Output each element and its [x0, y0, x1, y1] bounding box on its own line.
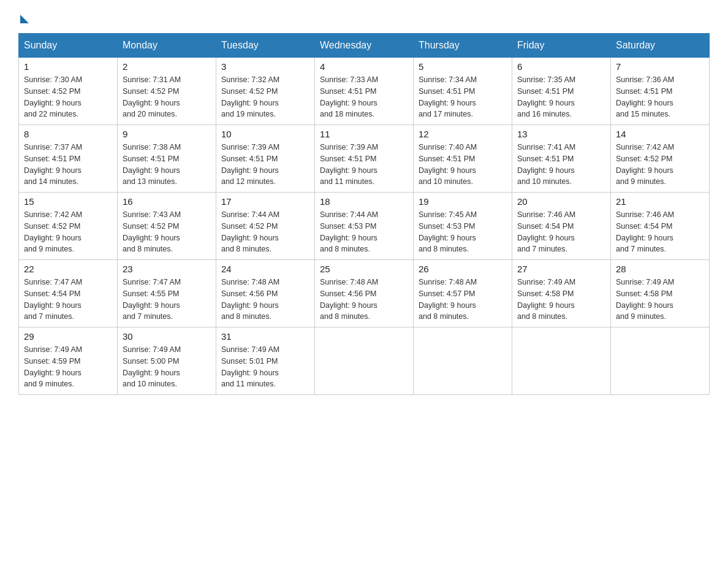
day-number: 21 — [616, 196, 704, 207]
day-info: Sunrise: 7:36 AM Sunset: 4:51 PM Dayligh… — [616, 74, 704, 120]
day-number: 30 — [123, 331, 211, 342]
day-info: Sunrise: 7:32 AM Sunset: 4:52 PM Dayligh… — [221, 74, 309, 120]
calendar-week-row: 15Sunrise: 7:42 AM Sunset: 4:52 PM Dayli… — [19, 193, 710, 260]
day-info: Sunrise: 7:35 AM Sunset: 4:51 PM Dayligh… — [517, 74, 605, 120]
calendar-cell: 27Sunrise: 7:49 AM Sunset: 4:58 PM Dayli… — [512, 260, 611, 327]
day-info: Sunrise: 7:42 AM Sunset: 4:52 PM Dayligh… — [24, 209, 112, 255]
calendar-cell: 17Sunrise: 7:44 AM Sunset: 4:52 PM Dayli… — [216, 193, 315, 260]
calendar-cell: 4Sunrise: 7:33 AM Sunset: 4:51 PM Daylig… — [315, 58, 414, 125]
day-info: Sunrise: 7:39 AM Sunset: 4:51 PM Dayligh… — [221, 142, 309, 188]
weekday-header-tuesday: Tuesday — [216, 34, 315, 58]
calendar-cell: 13Sunrise: 7:41 AM Sunset: 4:51 PM Dayli… — [512, 125, 611, 193]
day-number: 10 — [221, 129, 309, 139]
calendar-table: SundayMondayTuesdayWednesdayThursdayFrid… — [18, 33, 710, 395]
day-info: Sunrise: 7:43 AM Sunset: 4:52 PM Dayligh… — [123, 209, 211, 255]
calendar-cell: 15Sunrise: 7:42 AM Sunset: 4:52 PM Dayli… — [19, 193, 118, 260]
calendar-cell: 20Sunrise: 7:46 AM Sunset: 4:54 PM Dayli… — [512, 193, 611, 260]
day-info: Sunrise: 7:44 AM Sunset: 4:52 PM Dayligh… — [221, 209, 309, 255]
day-number: 8 — [24, 129, 112, 139]
day-number: 27 — [517, 264, 605, 274]
calendar-cell: 25Sunrise: 7:48 AM Sunset: 4:56 PM Dayli… — [315, 260, 414, 327]
calendar-cell: 18Sunrise: 7:44 AM Sunset: 4:53 PM Dayli… — [315, 193, 414, 260]
calendar-cell: 5Sunrise: 7:34 AM Sunset: 4:51 PM Daylig… — [414, 58, 512, 125]
day-info: Sunrise: 7:49 AM Sunset: 5:00 PM Dayligh… — [123, 344, 211, 390]
day-info: Sunrise: 7:46 AM Sunset: 4:54 PM Dayligh… — [517, 209, 605, 255]
day-number: 7 — [616, 61, 704, 72]
day-number: 16 — [123, 196, 211, 207]
calendar-cell: 12Sunrise: 7:40 AM Sunset: 4:51 PM Dayli… — [414, 125, 512, 193]
day-info: Sunrise: 7:48 AM Sunset: 4:57 PM Dayligh… — [419, 277, 507, 323]
calendar-cell: 26Sunrise: 7:48 AM Sunset: 4:57 PM Dayli… — [414, 260, 512, 327]
day-number: 24 — [221, 264, 309, 274]
day-number: 5 — [419, 61, 507, 72]
day-number: 28 — [616, 264, 704, 274]
day-info: Sunrise: 7:49 AM Sunset: 5:01 PM Dayligh… — [221, 344, 309, 390]
calendar-cell: 28Sunrise: 7:49 AM Sunset: 4:58 PM Dayli… — [611, 260, 710, 327]
day-info: Sunrise: 7:37 AM Sunset: 4:51 PM Dayligh… — [24, 142, 112, 188]
day-number: 19 — [419, 196, 507, 207]
weekday-header-wednesday: Wednesday — [315, 34, 414, 58]
day-number: 9 — [123, 129, 211, 139]
calendar-cell: 9Sunrise: 7:38 AM Sunset: 4:51 PM Daylig… — [118, 125, 216, 193]
day-info: Sunrise: 7:48 AM Sunset: 4:56 PM Dayligh… — [320, 277, 408, 323]
day-info: Sunrise: 7:49 AM Sunset: 4:58 PM Dayligh… — [616, 277, 704, 323]
day-number: 17 — [221, 196, 309, 207]
weekday-header-sunday: Sunday — [19, 34, 118, 58]
day-info: Sunrise: 7:44 AM Sunset: 4:53 PM Dayligh… — [320, 209, 408, 255]
day-info: Sunrise: 7:48 AM Sunset: 4:56 PM Dayligh… — [221, 277, 309, 323]
weekday-header-thursday: Thursday — [414, 34, 512, 58]
calendar-cell: 7Sunrise: 7:36 AM Sunset: 4:51 PM Daylig… — [611, 58, 710, 125]
calendar-week-row: 1Sunrise: 7:30 AM Sunset: 4:52 PM Daylig… — [19, 58, 710, 125]
calendar-cell — [611, 327, 710, 395]
day-number: 23 — [123, 264, 211, 274]
calendar-cell: 19Sunrise: 7:45 AM Sunset: 4:53 PM Dayli… — [414, 193, 512, 260]
day-info: Sunrise: 7:33 AM Sunset: 4:51 PM Dayligh… — [320, 74, 408, 120]
day-number: 15 — [24, 196, 112, 207]
day-number: 4 — [320, 61, 408, 72]
calendar-cell: 24Sunrise: 7:48 AM Sunset: 4:56 PM Dayli… — [216, 260, 315, 327]
weekday-header-row: SundayMondayTuesdayWednesdayThursdayFrid… — [19, 34, 710, 58]
calendar-cell: 29Sunrise: 7:49 AM Sunset: 4:59 PM Dayli… — [19, 327, 118, 395]
day-info: Sunrise: 7:41 AM Sunset: 4:51 PM Dayligh… — [517, 142, 605, 188]
day-info: Sunrise: 7:46 AM Sunset: 4:54 PM Dayligh… — [616, 209, 704, 255]
calendar-cell — [512, 327, 611, 395]
day-number: 26 — [419, 264, 507, 274]
calendar-cell: 6Sunrise: 7:35 AM Sunset: 4:51 PM Daylig… — [512, 58, 611, 125]
day-number: 18 — [320, 196, 408, 207]
day-info: Sunrise: 7:34 AM Sunset: 4:51 PM Dayligh… — [419, 74, 507, 120]
calendar-cell — [315, 327, 414, 395]
weekday-header-saturday: Saturday — [611, 34, 710, 58]
calendar-cell: 14Sunrise: 7:42 AM Sunset: 4:52 PM Dayli… — [611, 125, 710, 193]
calendar-cell — [414, 327, 512, 395]
calendar-cell: 23Sunrise: 7:47 AM Sunset: 4:55 PM Dayli… — [118, 260, 216, 327]
calendar-week-row: 29Sunrise: 7:49 AM Sunset: 4:59 PM Dayli… — [19, 327, 710, 395]
weekday-header-monday: Monday — [118, 34, 216, 58]
day-number: 22 — [24, 264, 112, 274]
day-info: Sunrise: 7:45 AM Sunset: 4:53 PM Dayligh… — [419, 209, 507, 255]
day-info: Sunrise: 7:38 AM Sunset: 4:51 PM Dayligh… — [123, 142, 211, 188]
day-number: 25 — [320, 264, 408, 274]
day-info: Sunrise: 7:40 AM Sunset: 4:51 PM Dayligh… — [419, 142, 507, 188]
day-number: 6 — [517, 61, 605, 72]
day-number: 13 — [517, 129, 605, 139]
calendar-cell: 22Sunrise: 7:47 AM Sunset: 4:54 PM Dayli… — [19, 260, 118, 327]
day-info: Sunrise: 7:47 AM Sunset: 4:55 PM Dayligh… — [123, 277, 211, 323]
calendar-cell: 30Sunrise: 7:49 AM Sunset: 5:00 PM Dayli… — [118, 327, 216, 395]
logo-arrow-icon — [20, 15, 29, 23]
day-info: Sunrise: 7:49 AM Sunset: 4:59 PM Dayligh… — [24, 344, 112, 390]
day-number: 12 — [419, 129, 507, 139]
weekday-header-friday: Friday — [512, 34, 611, 58]
day-info: Sunrise: 7:47 AM Sunset: 4:54 PM Dayligh… — [24, 277, 112, 323]
day-number: 3 — [221, 61, 309, 72]
calendar-cell: 2Sunrise: 7:31 AM Sunset: 4:52 PM Daylig… — [118, 58, 216, 125]
calendar-cell: 16Sunrise: 7:43 AM Sunset: 4:52 PM Dayli… — [118, 193, 216, 260]
day-info: Sunrise: 7:31 AM Sunset: 4:52 PM Dayligh… — [123, 74, 211, 120]
day-info: Sunrise: 7:39 AM Sunset: 4:51 PM Dayligh… — [320, 142, 408, 188]
calendar-cell: 31Sunrise: 7:49 AM Sunset: 5:01 PM Dayli… — [216, 327, 315, 395]
calendar-cell: 21Sunrise: 7:46 AM Sunset: 4:54 PM Dayli… — [611, 193, 710, 260]
day-number: 31 — [221, 331, 309, 342]
day-number: 2 — [123, 61, 211, 72]
calendar-cell: 3Sunrise: 7:32 AM Sunset: 4:52 PM Daylig… — [216, 58, 315, 125]
day-info: Sunrise: 7:49 AM Sunset: 4:58 PM Dayligh… — [517, 277, 605, 323]
day-number: 11 — [320, 129, 408, 139]
